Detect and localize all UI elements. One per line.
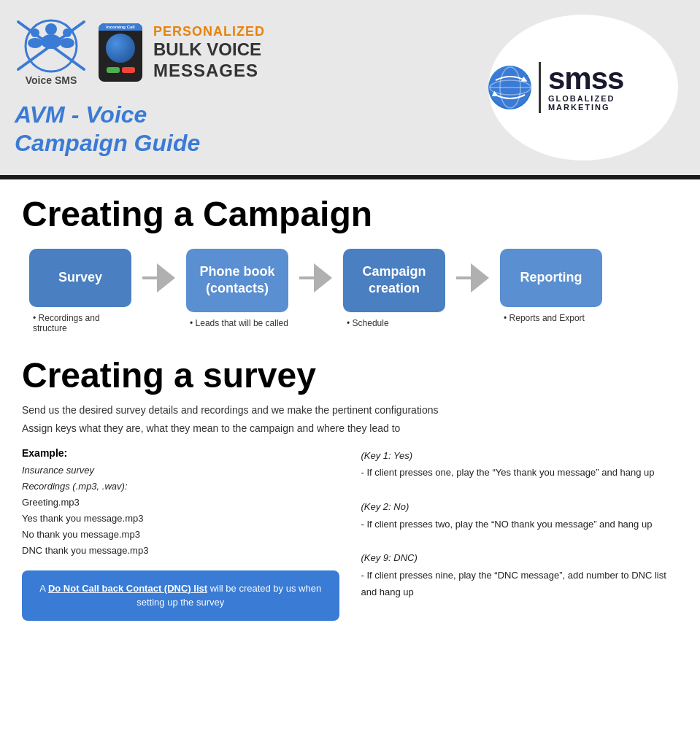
key-desc-1: - If client presses two, play the “NO th…: [361, 519, 653, 530]
survey-content: Example: Insurance survey Recordings (.m…: [22, 447, 678, 621]
arrow-line-2: [299, 276, 314, 279]
main-content: Creating a Campaign Survey Recordings an…: [0, 179, 700, 635]
arrow-shape-3: [471, 263, 489, 293]
example-line-2: Greeting.mp3: [22, 497, 80, 508]
survey-intro-line2: Assign keys what they are, what they mea…: [22, 421, 678, 436]
dnc-box: A Do Not Call back Contact (DNC) list wi…: [22, 570, 339, 621]
page-header: Voice SMS Incoming Call PERSONALIZED BUL…: [0, 0, 700, 175]
key-desc-0: - If client presses one, play the “Yes t…: [361, 467, 655, 478]
flow-desc-phonebook: Leads that will be called: [186, 318, 288, 328]
flow-arrow-2: [296, 263, 336, 293]
green-button: [107, 67, 120, 73]
red-button: [122, 67, 135, 73]
flow-box-campaign: Campaign creation: [343, 249, 445, 312]
smss-globe-icon: [488, 66, 531, 109]
flow-box-survey: Survey: [29, 249, 131, 307]
smss-logo-container: smss GLOBALIZED MARKETING: [488, 15, 678, 160]
survey-section-title: Creating a survey: [22, 355, 678, 395]
messages-label: MESSAGES: [153, 61, 265, 81]
flow-arrow-1: [139, 263, 179, 293]
key-entry-0: (Key 1: Yes) - If client presses one, pl…: [361, 447, 679, 481]
logo-row: Voice SMS Incoming Call PERSONALIZED BUL…: [15, 18, 265, 86]
dnc-bold: Do Not Call back Contact (DNC) list: [48, 583, 207, 594]
flow-arrow-3: [453, 263, 493, 293]
voice-sms-logo: Voice SMS: [15, 18, 88, 86]
flow-box-reporting: Reporting: [500, 249, 602, 307]
dnc-text1: A: [39, 583, 48, 594]
campaign-section-title: Creating a Campaign: [22, 194, 678, 234]
example-line-3: Yes thank you message.mp3: [22, 513, 143, 524]
bulk-voice-label: BULK VOICE: [153, 39, 265, 61]
flow-step-survey: Survey Recordings and structure: [22, 249, 139, 333]
flow-desc-survey: Recordings and structure: [29, 313, 131, 333]
example-label: Example:: [22, 447, 339, 459]
key-label-0: (Key 1: Yes): [361, 450, 413, 461]
arrow-line-1: [142, 276, 157, 279]
flow-box-phonebook: Phone book (contacts): [186, 249, 288, 312]
example-line-0: Insurance survey: [22, 465, 94, 476]
example-line-5: DNC thank you message.mp3: [22, 545, 148, 556]
survey-intro: Send us the desired survey details and r…: [22, 403, 678, 436]
flow-desc-campaign: Schedule: [343, 318, 445, 328]
key-entry-2: (Key 9: DNC) - If client presses nine, p…: [361, 549, 679, 600]
survey-right: (Key 1: Yes) - If client presses one, pl…: [361, 447, 679, 621]
flow-label-phonebook: Phone book (contacts): [197, 263, 277, 298]
avm-title: AVM - Voice Campaign Guide: [15, 101, 265, 157]
avm-title-line2: Campaign Guide: [15, 130, 200, 156]
avm-title-line1: AVM - Voice: [15, 101, 147, 128]
flowchart: Survey Recordings and structure Phone bo…: [22, 249, 678, 333]
smss-globe-svg: [488, 66, 531, 109]
example-text: Insurance survey Recordings (.mp3, .wav)…: [22, 462, 339, 560]
key-desc-2: - If client presses nine, play the “DNC …: [361, 570, 666, 597]
flow-label-survey: Survey: [58, 269, 102, 286]
example-line-4: No thank you message.mp3: [22, 529, 140, 540]
phone-icon: Incoming Call: [99, 23, 142, 82]
smss-subtitle: GLOBALIZED MARKETING: [548, 94, 678, 112]
flow-desc-reporting: Reports and Export: [500, 313, 602, 323]
phone-globe-icon: [106, 34, 135, 63]
smss-text-block: smss GLOBALIZED MARKETING: [548, 63, 678, 112]
flow-step-reporting: Reporting Reports and Export: [493, 249, 609, 323]
key-entry-1: (Key 2: No) - If client presses two, pla…: [361, 498, 679, 533]
example-line-1: Recordings (.mp3, .wav):: [22, 481, 128, 492]
flow-label-reporting: Reporting: [520, 269, 582, 286]
header-left: Voice SMS Incoming Call PERSONALIZED BUL…: [15, 18, 265, 157]
flow-step-phonebook: Phone book (contacts) Leads that will be…: [179, 249, 296, 328]
smss-letters: smss: [548, 63, 678, 94]
voice-sms-icon: [15, 18, 88, 73]
flow-label-campaign: Campaign creation: [354, 263, 434, 298]
voice-sms-label: Voice SMS: [26, 74, 77, 86]
arrow-shape-1: [157, 263, 175, 293]
arrow-shape-2: [314, 263, 332, 293]
key-label-2: (Key 9: DNC): [361, 552, 418, 563]
personalized-label: PERSONALIZED: [153, 24, 265, 39]
smss-divider: [539, 62, 541, 113]
survey-left: Example: Insurance survey Recordings (.m…: [22, 447, 339, 621]
bulk-voice-text: PERSONALIZED BULK VOICE MESSAGES: [153, 24, 265, 81]
example-label-text: Example:: [22, 447, 67, 459]
survey-intro-line1: Send us the desired survey details and r…: [22, 403, 678, 418]
smss-inner: smss GLOBALIZED MARKETING: [488, 62, 678, 113]
svg-point-0: [45, 23, 57, 35]
key-label-1: (Key 2: No): [361, 501, 409, 512]
incoming-call-label: Incoming Call: [99, 23, 142, 31]
arrow-line-3: [456, 276, 471, 279]
key-text: (Key 1: Yes) - If client presses one, pl…: [361, 447, 679, 601]
flow-step-campaign: Campaign creation Schedule: [336, 249, 453, 328]
phone-buttons: [107, 67, 135, 73]
